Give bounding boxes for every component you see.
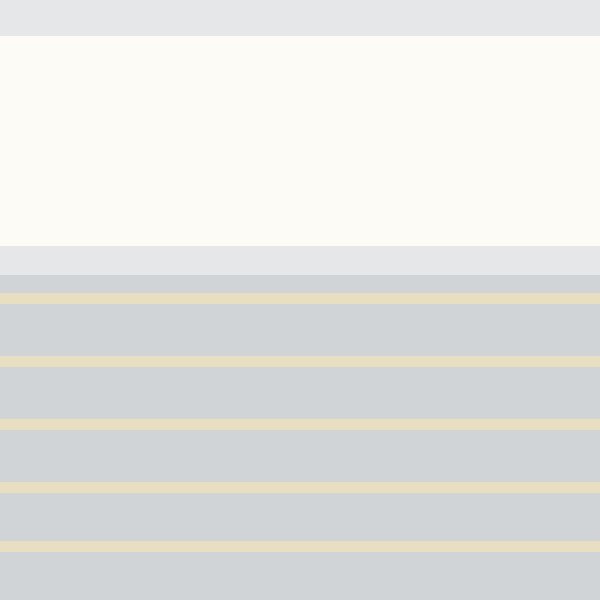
stripe-gap: [0, 430, 600, 482]
stripe: [0, 482, 600, 493]
stripe-gap: [0, 367, 600, 419]
stripe-gap: [0, 304, 600, 356]
mid-band: [0, 246, 600, 275]
striped-area: [0, 275, 600, 600]
stripe: [0, 356, 600, 367]
stripe: [0, 293, 600, 304]
stripe: [0, 419, 600, 430]
stripe-gap: [0, 552, 600, 600]
white-band: [0, 36, 600, 246]
stripe-gap: [0, 493, 600, 541]
image-container: [0, 0, 600, 600]
stripe: [0, 541, 600, 552]
top-band: [0, 0, 600, 36]
